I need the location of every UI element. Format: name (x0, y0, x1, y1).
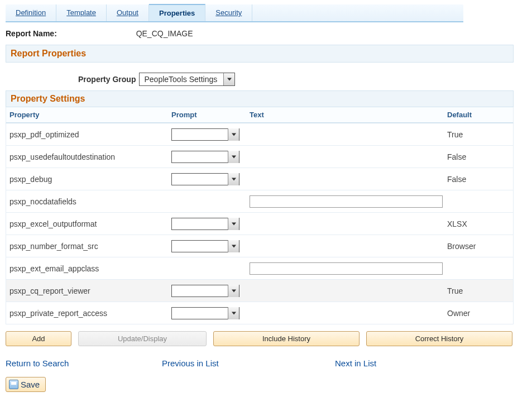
return-to-search-link[interactable]: Return to Search (6, 358, 162, 368)
prompt-select[interactable] (171, 128, 239, 141)
add-button[interactable]: Add (6, 331, 71, 346)
previous-in-list-link[interactable]: Previous in List (162, 358, 335, 368)
default-cell (444, 265, 511, 272)
dropdown-icon (228, 307, 239, 319)
text-cell (246, 244, 444, 248)
table-row: psxp_ext_email_appclass (6, 257, 514, 280)
next-in-list-link[interactable]: Next in List (335, 358, 376, 368)
grid-header: Property Prompt Text Default (6, 107, 514, 123)
dropdown-icon (228, 128, 239, 141)
table-row: psxp_debugFalse (6, 168, 514, 190)
correct-history-button[interactable]: Correct History (366, 331, 512, 346)
prompt-cell (168, 126, 246, 143)
prompt-cell (168, 148, 246, 165)
report-name-row: Report Name: QE_CQ_IMAGE (6, 29, 526, 38)
dropdown-icon (228, 218, 239, 230)
prompt-cell (168, 170, 246, 188)
default-cell: False (444, 149, 511, 165)
tabs-bar: Definition Template Output Properties Se… (6, 4, 463, 22)
tab-template[interactable]: Template (56, 4, 107, 21)
default-cell: Owner (444, 305, 511, 321)
col-header-prompt: Prompt (168, 107, 246, 122)
text-cell (246, 132, 444, 137)
text-cell (246, 311, 444, 315)
table-row: psxp_cq_report_viewerTrue (6, 280, 514, 302)
report-name-label: Report Name: (6, 29, 134, 38)
dropdown-icon (228, 173, 239, 185)
text-cell (246, 193, 444, 210)
property-cell: psxp_excel_outputformat (6, 216, 168, 232)
property-group-select[interactable]: PeopleTools Settings (139, 73, 235, 86)
section-report-properties: Report Properties (6, 45, 514, 63)
section-property-settings: Property Settings (6, 90, 514, 107)
prompt-select[interactable] (171, 151, 239, 163)
save-button[interactable]: Save (6, 377, 46, 392)
dropdown-icon (228, 151, 239, 163)
nav-links-row: Return to Search Previous in List Next i… (6, 358, 514, 368)
update-display-button: Update/Display (78, 331, 207, 346)
table-row: psxp_excel_outputformatXLSX (6, 213, 514, 235)
prompt-cell (168, 282, 246, 299)
prompt-select[interactable] (171, 218, 239, 230)
text-input[interactable] (250, 262, 443, 275)
property-group-label: Property Group (78, 75, 136, 84)
text-cell (246, 177, 444, 181)
dropdown-icon (228, 240, 239, 252)
property-cell: psxp_number_format_src (6, 238, 168, 254)
property-cell: psxp_private_report_access (6, 305, 168, 321)
property-cell: psxp_debug (6, 171, 168, 187)
col-header-property: Property (6, 107, 168, 122)
action-button-row: Add Update/Display Include History Corre… (6, 331, 514, 346)
prompt-cell (168, 199, 246, 204)
default-cell: True (444, 283, 511, 299)
col-header-default: Default (444, 107, 511, 122)
tab-definition[interactable]: Definition (6, 4, 56, 21)
save-icon (9, 380, 18, 389)
save-row: Save (6, 377, 526, 392)
property-cell: psxp_pdf_optimized (6, 127, 168, 142)
prompt-select[interactable] (171, 307, 239, 319)
text-cell (246, 222, 444, 226)
col-header-text: Text (246, 107, 444, 122)
table-row: psxp_nocdatafields (6, 190, 514, 213)
dropdown-icon (223, 73, 234, 85)
prompt-cell (168, 215, 246, 232)
default-cell: True (444, 127, 511, 142)
tab-output[interactable]: Output (107, 4, 149, 21)
table-row: psxp_number_format_srcBrowser (6, 235, 514, 257)
report-name-value: QE_CQ_IMAGE (136, 29, 193, 38)
property-group-row: Property Group PeopleTools Settings (6, 73, 526, 86)
table-row: psxp_pdf_optimizedTrue (6, 123, 514, 146)
default-cell: Browser (444, 238, 511, 254)
default-cell (444, 198, 511, 205)
table-row: psxp_usedefaultoutdestinationFalse (6, 146, 514, 168)
prompt-select[interactable] (171, 173, 239, 185)
tab-security[interactable]: Security (205, 4, 252, 21)
property-cell: psxp_usedefaultoutdestination (6, 149, 168, 165)
prompt-cell (168, 304, 246, 322)
property-cell: psxp_cq_report_viewer (6, 283, 168, 299)
text-cell (246, 155, 444, 159)
text-cell (246, 289, 444, 293)
dropdown-icon (228, 285, 239, 297)
property-group-value: PeopleTools Settings (140, 75, 223, 84)
property-settings-grid: Property Settings Property Prompt Text D… (6, 90, 514, 324)
prompt-select[interactable] (171, 285, 239, 297)
text-cell (246, 260, 444, 277)
text-input[interactable] (250, 195, 443, 208)
include-history-button[interactable]: Include History (213, 331, 360, 346)
default-cell: False (444, 171, 511, 187)
property-cell: psxp_nocdatafields (6, 194, 168, 209)
prompt-cell (168, 266, 246, 271)
property-cell: psxp_ext_email_appclass (6, 261, 168, 276)
save-label: Save (21, 380, 40, 389)
prompt-cell (168, 237, 246, 255)
default-cell: XLSX (444, 216, 511, 232)
prompt-select[interactable] (171, 240, 239, 252)
table-row: psxp_private_report_accessOwner (6, 302, 514, 324)
tab-properties[interactable]: Properties (149, 4, 205, 21)
